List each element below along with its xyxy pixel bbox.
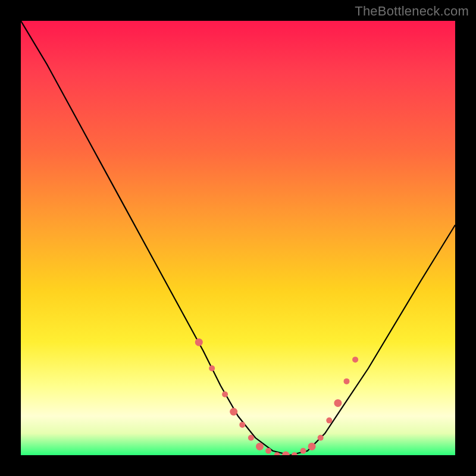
marker-point — [344, 378, 350, 384]
marker-point — [256, 443, 264, 450]
curve-svg — [21, 21, 455, 455]
marker-point — [239, 422, 245, 428]
chart-frame: TheBottleneck.com — [0, 0, 476, 476]
marker-point — [230, 408, 237, 416]
marker-group — [195, 339, 358, 455]
watermark-text: TheBottleneck.com — [355, 4, 469, 19]
marker-point — [195, 339, 203, 346]
marker-point — [318, 435, 324, 441]
marker-point — [292, 452, 298, 455]
marker-point — [265, 448, 271, 454]
marker-point — [282, 452, 290, 456]
marker-point — [248, 435, 254, 441]
marker-point — [222, 392, 228, 397]
marker-point — [308, 443, 316, 450]
marker-point — [326, 418, 332, 424]
marker-point — [209, 365, 215, 371]
bottleneck-curve — [21, 21, 455, 455]
marker-point — [352, 356, 358, 362]
marker-point — [334, 399, 342, 407]
marker-point — [300, 448, 306, 454]
plot-area — [21, 21, 455, 455]
